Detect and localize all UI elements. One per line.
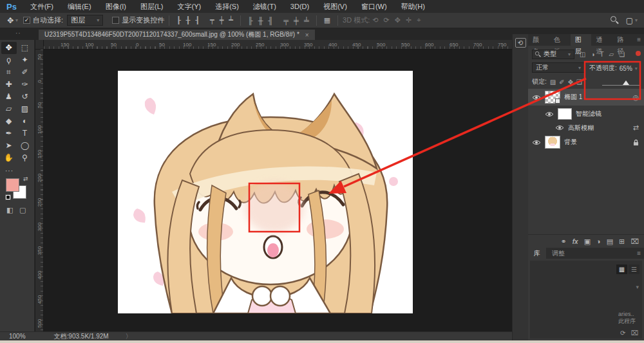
auto-select-dropdown[interactable]: 图层 ▾	[67, 15, 103, 26]
background-label[interactable]: 背景	[564, 138, 577, 147]
visibility-eye-icon[interactable]	[555, 125, 564, 131]
list-view-icon[interactable]: ☰	[629, 264, 639, 274]
menu-type[interactable]: 文字(Y)	[170, 0, 208, 13]
tab-swatches[interactable]: 色板	[549, 34, 571, 46]
blur-tool[interactable]: ◆	[1, 115, 17, 127]
gradient-tool[interactable]: ▨	[17, 103, 33, 115]
layer-row-ellipse1[interactable]: 椭圆 1 ◎	[528, 89, 644, 106]
filter-blend-options-icon[interactable]: ⇄	[633, 124, 639, 132]
visibility-eye-icon[interactable]	[545, 111, 554, 117]
align-bottom-icon[interactable]: ┷	[226, 16, 236, 24]
tab-adjustments[interactable]: 调整	[546, 248, 571, 259]
align-left-icon[interactable]: ┠	[174, 16, 184, 24]
shape-tool[interactable]: ◯	[17, 140, 33, 152]
filter-adjustment-icon[interactable]: ◑	[591, 51, 594, 58]
status-expander-icon[interactable]: 〉	[126, 332, 132, 341]
history-brush-tool[interactable]: ↺	[17, 91, 33, 103]
tab-color[interactable]: 颜色	[528, 34, 549, 46]
close-icon[interactable]: ×	[305, 32, 309, 39]
opacity-slider-track[interactable]	[602, 85, 639, 86]
tab-libraries[interactable]: 库	[528, 248, 546, 259]
eraser-tool[interactable]: ▱	[1, 103, 17, 115]
tab-channels[interactable]: 通道	[591, 34, 612, 46]
new-group-icon[interactable]: ▤	[607, 237, 613, 246]
blend-mode-dropdown[interactable]: 正常 ▾	[532, 62, 585, 73]
align-middle-icon[interactable]: ┿	[217, 16, 227, 24]
layer-row-smart-filters[interactable]: 智能滤镜	[528, 106, 644, 122]
hand-tool[interactable]: ✋	[1, 152, 17, 164]
visibility-eye-icon[interactable]	[532, 95, 541, 100]
opacity-field[interactable]: 不透明度: 65% ▾	[589, 64, 638, 73]
marquee-tool[interactable]: ⬚	[17, 42, 33, 54]
align-center-h-icon[interactable]: ╂	[184, 16, 193, 24]
canvas-artwork[interactable]	[118, 71, 413, 313]
lock-position-icon[interactable]: ✥	[568, 79, 573, 86]
distribute-bottom-icon[interactable]: ╢	[265, 17, 276, 24]
move-tool[interactable]: ✥	[1, 42, 17, 54]
adjustment-layer-icon[interactable]: ◑	[596, 237, 601, 245]
workspace-switcher-icon[interactable]: ▢	[624, 16, 635, 25]
menu-filter[interactable]: 滤镜(T)	[246, 0, 283, 13]
menu-layer[interactable]: 图层(L)	[133, 0, 170, 13]
visibility-eye-icon[interactable]	[532, 140, 541, 145]
opacity-slider-handle[interactable]	[623, 80, 629, 85]
sync-icon[interactable]: ⟳	[620, 329, 625, 337]
chevron-down-icon[interactable]: ▾	[636, 284, 639, 290]
filter-toggle-icon[interactable]	[636, 51, 641, 56]
clone-stamp-tool[interactable]: ♟	[1, 91, 17, 103]
menu-help[interactable]: 帮助(H)	[394, 0, 432, 13]
eyedropper-tool[interactable]: ✐	[17, 66, 33, 79]
filter-shape-icon[interactable]: ▱	[609, 51, 614, 58]
tab-layers[interactable]: 图层	[571, 34, 592, 46]
background-thumbnail[interactable]	[545, 136, 560, 149]
show-transform-checkbox[interactable]	[112, 17, 119, 24]
history-panel-icon[interactable]: ⟲	[515, 38, 526, 48]
document-tab[interactable]: U2319P55T4D134846F50DT20071120174337_600…	[39, 30, 315, 40]
default-colors-icon[interactable]	[5, 194, 11, 200]
auto-select-checkbox[interactable]: ✓	[23, 17, 30, 24]
align-right-icon[interactable]: ┨	[193, 16, 202, 24]
smart-filters-label[interactable]: 智能滤镜	[576, 109, 601, 118]
screen-mode-icon[interactable]: ▢	[19, 206, 26, 214]
distribute-spacing-icon[interactable]: ▦	[321, 16, 333, 24]
lasso-tool[interactable]: ϙ	[1, 54, 17, 66]
filter-mask-thumbnail[interactable]	[558, 108, 572, 120]
swap-colors-icon[interactable]: ⇄	[23, 176, 28, 182]
tab-overflow-icon[interactable]: ··	[15, 30, 21, 37]
filter-image-icon[interactable]: ◫	[580, 51, 585, 58]
distribute-top-icon[interactable]: ╟	[245, 17, 256, 24]
dodge-tool[interactable]: ◐	[17, 115, 33, 127]
lock-pixels-icon[interactable]: ✐	[559, 79, 564, 86]
menu-select[interactable]: 选择(S)	[208, 0, 246, 13]
smart-filter-badge-icon[interactable]: ◎	[632, 93, 639, 102]
filter-smart-object-icon[interactable]: ❏	[619, 51, 625, 58]
edit-toolbar-icon[interactable]: ···	[5, 167, 14, 174]
quick-select-tool[interactable]: ✦	[17, 54, 33, 66]
crop-tool[interactable]: ⌗	[1, 66, 17, 79]
distribute-left-icon[interactable]: ╤	[281, 17, 291, 24]
align-top-icon[interactable]: ┯	[207, 16, 217, 24]
lock-transparent-icon[interactable]: ▨	[550, 79, 556, 86]
menu-edit[interactable]: 编辑(E)	[61, 0, 99, 13]
layer-thumbnail[interactable]	[545, 91, 560, 104]
search-icon[interactable]	[611, 16, 619, 24]
tab-paths[interactable]: 路径	[612, 34, 634, 46]
grid-view-icon[interactable]: ▦	[616, 264, 627, 274]
add-mask-icon[interactable]: ▣	[584, 237, 591, 246]
gaussian-blur-label[interactable]: 高斯模糊	[568, 124, 594, 133]
menu-3d[interactable]: 3D(D)	[283, 0, 316, 13]
delete-layer-icon[interactable]: ⌧	[630, 237, 639, 246]
menu-view[interactable]: 视图(V)	[316, 0, 354, 13]
panel-menu-icon[interactable]: ≡	[634, 248, 644, 259]
link-layers-icon[interactable]: ⚭	[561, 237, 567, 246]
panel-menu-icon[interactable]: ≡	[634, 34, 644, 46]
type-tool[interactable]: T	[17, 127, 33, 140]
menu-window[interactable]: 窗口(W)	[354, 0, 394, 13]
filter-type-icon[interactable]: T	[600, 51, 604, 58]
brush-tool[interactable]: ✑	[17, 79, 33, 91]
canvas-area[interactable]	[44, 50, 512, 331]
distribute-center-icon[interactable]: ╪	[291, 17, 301, 24]
menu-image[interactable]: 图像(I)	[99, 0, 133, 13]
healing-brush-tool[interactable]: ✚	[1, 79, 17, 91]
pen-tool[interactable]: ✒	[1, 127, 17, 140]
